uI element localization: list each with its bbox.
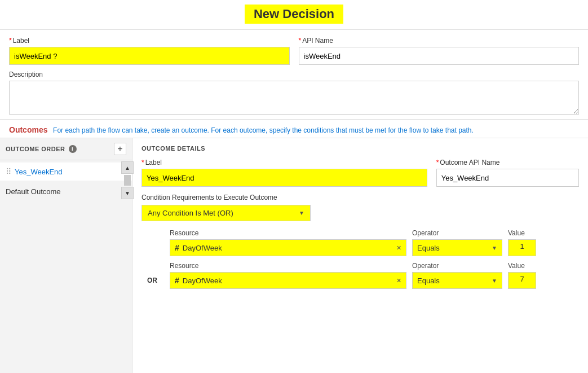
outcomes-header: Outcomes For each path the flow can take… bbox=[0, 120, 588, 138]
outcome-api-name-group: *Outcome API Name bbox=[436, 159, 579, 187]
resource-close-btn-1[interactable]: ✕ bbox=[396, 244, 401, 252]
operator-dropdown-arrow-2: ▼ bbox=[492, 278, 497, 284]
add-outcome-button[interactable]: + bbox=[114, 143, 126, 155]
or-label-2: OR bbox=[147, 277, 164, 284]
page-title: New Decision bbox=[245, 5, 343, 24]
operator-col-header: Operator bbox=[412, 229, 502, 237]
conditions-area: Resource Operator Value # DayOfWeek ✕ Eq… bbox=[142, 229, 579, 289]
resource-field-1[interactable]: # DayOfWeek ✕ bbox=[170, 239, 406, 256]
operator-field-1[interactable]: Equals ▼ bbox=[412, 239, 502, 256]
resource-field-2[interactable]: # DayOfWeek ✕ bbox=[170, 272, 406, 289]
outcome-label-input[interactable] bbox=[142, 169, 427, 187]
operator-col-header-2: Operator bbox=[412, 262, 502, 270]
condition-requirements-label: Condition Requirements to Execute Outcom… bbox=[142, 194, 579, 201]
operator-value-2: Equals bbox=[417, 277, 440, 285]
value-col-header-2: Value bbox=[508, 262, 542, 270]
default-outcome[interactable]: Default Outcome bbox=[0, 183, 132, 200]
value-field-2[interactable]: 7 bbox=[508, 272, 536, 289]
outcome-api-name-label: *Outcome API Name bbox=[436, 159, 579, 166]
outcome-api-name-input[interactable] bbox=[436, 169, 579, 187]
outcome-order-label: OUTCOME ORDER bbox=[6, 146, 65, 152]
drag-handle-icon: ⠿ bbox=[6, 167, 11, 176]
scroll-up-arrow[interactable]: ▲ bbox=[121, 161, 134, 174]
dropdown-arrow-icon: ▼ bbox=[299, 210, 304, 216]
api-name-input[interactable] bbox=[299, 47, 580, 65]
operator-field-2[interactable]: Equals ▼ bbox=[412, 272, 502, 289]
outcome-details-title: OUTCOME DETAILS bbox=[142, 145, 579, 152]
condition-requirements-section: Condition Requirements to Execute Outcom… bbox=[142, 194, 579, 221]
outcome-label-field-label: *Label bbox=[142, 159, 427, 166]
hash-icon-1: # bbox=[175, 243, 179, 252]
label-input[interactable] bbox=[9, 47, 290, 65]
outcomes-title: Outcomes bbox=[9, 125, 47, 134]
condition-requirements-dropdown[interactable]: Any Condition Is Met (OR) ▼ bbox=[142, 205, 311, 221]
condition-row-1: # DayOfWeek ✕ Equals ▼ 1 bbox=[147, 239, 579, 256]
page-header: New Decision bbox=[0, 0, 588, 30]
condition-row-2: OR # DayOfWeek ✕ Equals ▼ 7 bbox=[147, 272, 579, 289]
main-content: OUTCOME ORDER i + ⠿ Yes_WeekEnd Default … bbox=[0, 138, 588, 373]
resource-col-header-2: Resource bbox=[170, 262, 406, 270]
outcome-item-label: Yes_WeekEnd bbox=[15, 168, 63, 176]
label-apiname-row: *Label *API Name bbox=[9, 37, 579, 65]
description-label: Description bbox=[9, 71, 579, 78]
conditions-col-headers-2: Resource Operator Value bbox=[147, 262, 579, 270]
value-col-header: Value bbox=[508, 229, 542, 237]
outcome-label-group: *Label bbox=[142, 159, 427, 187]
operator-value-1: Equals bbox=[417, 244, 440, 252]
resource-text-2: DayOfWeek bbox=[183, 277, 393, 285]
operator-dropdown-arrow-1: ▼ bbox=[492, 245, 497, 251]
right-panel: OUTCOME DETAILS *Label *Outcome API Name… bbox=[132, 138, 588, 373]
outcomes-description: For each path the flow can take, create … bbox=[53, 126, 474, 134]
api-name-field-label: *API Name bbox=[299, 37, 580, 45]
list-item[interactable]: ⠿ Yes_WeekEnd bbox=[0, 163, 132, 181]
outcome-list-wrapper: ⠿ Yes_WeekEnd Default Outcome ▲ ▼ bbox=[0, 160, 132, 200]
resource-col-header: Resource bbox=[170, 229, 406, 237]
description-group: Description bbox=[9, 71, 579, 115]
outcome-list: ⠿ Yes_WeekEnd bbox=[0, 160, 132, 183]
label-group: *Label bbox=[9, 37, 290, 65]
hash-icon-2: # bbox=[175, 276, 179, 285]
api-name-group: *API Name bbox=[299, 37, 580, 65]
form-section: *Label *API Name Description bbox=[0, 30, 588, 120]
outcome-label-apiname-row: *Label *Outcome API Name bbox=[142, 159, 579, 187]
description-textarea[interactable] bbox=[9, 81, 579, 115]
left-panel: OUTCOME ORDER i + ⠿ Yes_WeekEnd Default … bbox=[0, 138, 132, 373]
scroll-down-arrow[interactable]: ▼ bbox=[121, 187, 134, 199]
condition-dropdown-value: Any Condition Is Met (OR) bbox=[148, 209, 233, 217]
value-field-1[interactable]: 1 bbox=[508, 239, 536, 256]
info-icon[interactable]: i bbox=[69, 145, 77, 153]
resource-close-btn-2[interactable]: ✕ bbox=[396, 277, 401, 284]
label-field-label: *Label bbox=[9, 37, 290, 45]
outcome-order-header: OUTCOME ORDER i + bbox=[0, 138, 132, 160]
resource-text-1: DayOfWeek bbox=[183, 244, 393, 252]
conditions-col-headers: Resource Operator Value bbox=[147, 229, 579, 237]
